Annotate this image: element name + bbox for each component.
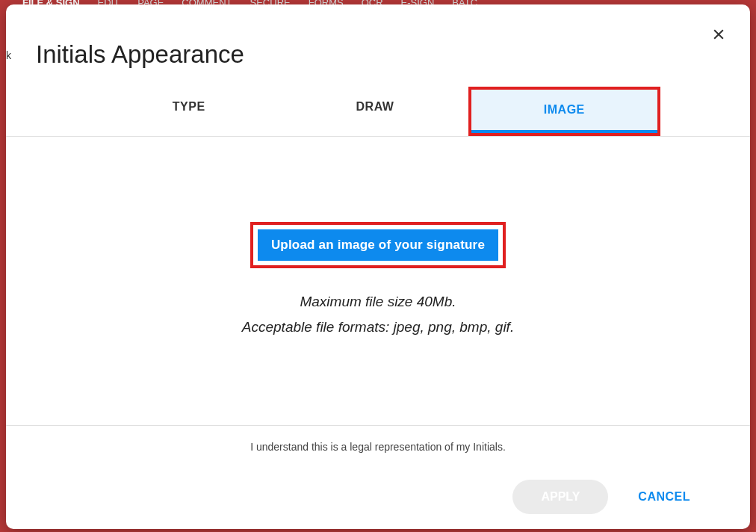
- apply-button[interactable]: APPLY: [512, 480, 608, 514]
- cancel-button[interactable]: CANCEL: [638, 490, 690, 504]
- initials-appearance-modal: k Initials Appearance TYPE DRAW IMAGE Up…: [6, 4, 750, 529]
- modal-header: Initials Appearance: [6, 4, 750, 87]
- highlight-annotation-upload: Upload an image of your signature: [250, 222, 506, 268]
- modal-footer: I understand this is a legal representat…: [6, 425, 750, 529]
- tab-content-image: Upload an image of your signature Maximu…: [6, 137, 750, 425]
- tab-draw[interactable]: DRAW: [282, 87, 468, 136]
- tabs-container: TYPE DRAW IMAGE: [6, 87, 750, 137]
- modal-title: Initials Appearance: [36, 40, 720, 69]
- max-file-size-text: Maximum file size 40Mb.: [300, 294, 456, 310]
- footer-actions: APPLY CANCEL: [36, 480, 720, 514]
- close-button[interactable]: [710, 25, 728, 43]
- legal-disclaimer-text: I understand this is a legal representat…: [36, 441, 720, 453]
- upload-signature-button[interactable]: Upload an image of your signature: [258, 229, 498, 261]
- close-icon: [711, 27, 726, 42]
- highlight-annotation-tab: IMAGE: [468, 87, 660, 136]
- acceptable-formats-text: Acceptable file formats: jpeg, png, bmp,…: [242, 319, 514, 335]
- tab-type[interactable]: TYPE: [96, 87, 282, 136]
- tab-image[interactable]: IMAGE: [471, 90, 657, 133]
